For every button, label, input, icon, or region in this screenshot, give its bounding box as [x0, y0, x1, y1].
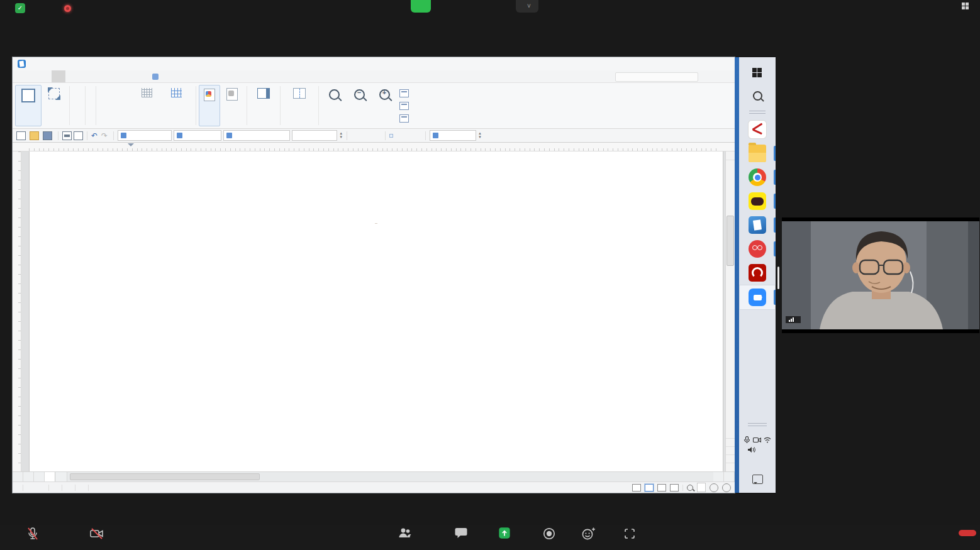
statusbar-view-icon-1[interactable] [632, 484, 641, 492]
tab-prev-button[interactable] [23, 472, 34, 481]
statusbar-view-icon-2[interactable] [645, 484, 654, 492]
zoom-100-button[interactable] [399, 87, 412, 99]
page-outline-button[interactable] [15, 85, 42, 126]
reactions-button[interactable] [574, 527, 603, 542]
action-center-icon[interactable] [752, 475, 763, 484]
style-select[interactable] [118, 130, 172, 141]
align-center-button[interactable] [401, 134, 404, 138]
leave-meeting-button[interactable] [959, 530, 976, 536]
scroll-up-icon[interactable] [726, 151, 735, 160]
taskbar-app-chrome[interactable] [739, 165, 776, 189]
participant-video-tile[interactable] [782, 217, 979, 333]
font-size-input[interactable] [292, 130, 337, 141]
zoom-dialog-button[interactable] [321, 85, 347, 126]
share-screen-button[interactable] [486, 527, 523, 541]
unmute-button[interactable] [6, 527, 59, 542]
full-screen-button[interactable] [42, 85, 67, 126]
save-icon[interactable] [43, 131, 52, 140]
align-divide-button[interactable] [418, 134, 421, 138]
horizontal-scrollbar[interactable] [67, 472, 713, 481]
browse-object-button[interactable] [726, 446, 735, 455]
document-tab[interactable] [45, 472, 55, 481]
menu-file[interactable] [26, 70, 38, 82]
font-select[interactable] [223, 130, 290, 141]
tray-camera-icon[interactable] [753, 437, 761, 443]
zoom-level-select[interactable] [697, 483, 706, 492]
grid-button[interactable] [134, 85, 159, 126]
align-left-button[interactable] [395, 134, 399, 138]
grayscale-view-button[interactable] [220, 85, 244, 126]
align-justify-button[interactable] [389, 134, 393, 138]
hscroll-left-button[interactable] [713, 472, 724, 481]
taskbar-app-explorer[interactable] [739, 141, 776, 165]
taskbar-app-kakaotalk[interactable] [739, 189, 776, 213]
open-document-icon[interactable] [30, 131, 39, 140]
hide-task-pane-button[interactable] [250, 85, 277, 126]
margin-marker[interactable] [128, 143, 134, 150]
video-panel-handle[interactable] [777, 267, 779, 289]
taskbar-app-zoom[interactable] [739, 285, 776, 310]
taskbar-search-button[interactable] [739, 85, 776, 106]
hwp-titlebar[interactable] [13, 57, 735, 70]
menu-format[interactable] [79, 70, 93, 82]
tab-first-button[interactable] [13, 472, 23, 481]
chat-button[interactable] [447, 527, 476, 541]
start-button[interactable] [739, 61, 776, 85]
participants-button[interactable] [389, 527, 433, 541]
taskbar-app-red[interactable] [739, 118, 776, 141]
prev-page-button[interactable] [726, 438, 735, 447]
vertical-scrollbar[interactable] [725, 151, 735, 471]
taskbar-app-recorder[interactable] [739, 237, 776, 261]
statusbar-view-icon-4[interactable] [670, 484, 679, 492]
menu-security[interactable] [107, 70, 121, 82]
line-spacing-input[interactable] [430, 130, 476, 141]
statusbar-view-icon-3[interactable] [657, 484, 666, 492]
taskbar-app-acrobat[interactable] [739, 261, 776, 285]
rep-font-select[interactable] [174, 130, 221, 141]
hscroll-right-button[interactable] [724, 472, 735, 481]
document-page[interactable] [30, 151, 723, 471]
highlight-button[interactable] [376, 135, 381, 136]
gallery-view-button[interactable] [962, 3, 972, 10]
view-options-button[interactable]: ˅ [516, 0, 538, 13]
tray-volume[interactable] [747, 446, 755, 453]
fit-width-button[interactable] [399, 100, 412, 111]
horizontal-scrollbar-thumb[interactable] [70, 473, 260, 480]
zoom-out-button[interactable]: − [347, 85, 372, 126]
tray-mic-icon[interactable] [743, 436, 750, 444]
zoom-in-control[interactable] [722, 483, 731, 492]
tab-next-button[interactable] [34, 472, 45, 481]
new-tab-button[interactable] [55, 472, 67, 481]
menu-extra-icon[interactable] [152, 74, 159, 80]
hanja-reading-button[interactable] [99, 85, 134, 126]
start-video-button[interactable] [70, 527, 123, 542]
ribbon-search-box[interactable] [615, 72, 698, 82]
menu-page[interactable] [93, 70, 107, 82]
record-button[interactable] [535, 527, 564, 542]
split-screen-button[interactable] [283, 85, 316, 126]
preview-icon[interactable] [74, 131, 83, 140]
zoom-in-button[interactable]: + [372, 85, 397, 126]
menu-review[interactable] [121, 70, 135, 82]
zoom-out-control[interactable] [710, 483, 718, 492]
new-document-icon[interactable] [16, 131, 26, 140]
menu-view[interactable] [52, 70, 65, 82]
scrollbar-thumb[interactable] [727, 216, 734, 266]
menu-edit[interactable] [38, 70, 52, 82]
redo-icon[interactable]: ↷ [101, 132, 108, 140]
color-view-button[interactable] [199, 85, 220, 126]
menu-input[interactable] [65, 70, 79, 82]
vertical-ruler[interactable] [13, 151, 21, 471]
taskbar-app-hwp[interactable] [739, 213, 776, 237]
align-distribute-button[interactable] [412, 134, 416, 138]
next-page-button[interactable] [726, 454, 735, 463]
print-icon[interactable] [62, 131, 72, 140]
tray-wifi-icon[interactable] [764, 437, 771, 443]
fit-page-button[interactable] [399, 113, 412, 124]
menu-tools[interactable] [135, 70, 148, 82]
scroll-down-icon[interactable] [726, 463, 735, 471]
undo-icon[interactable]: ↶ [91, 132, 97, 140]
object-guide-button[interactable] [159, 85, 193, 126]
align-right-button[interactable] [406, 134, 410, 138]
line-spacing-stepper[interactable]: ▲▼ [478, 132, 482, 139]
